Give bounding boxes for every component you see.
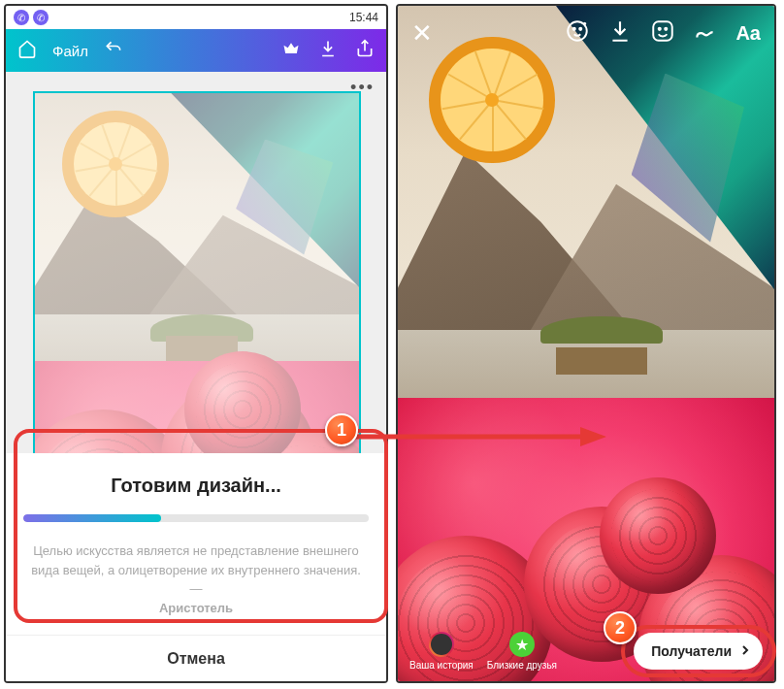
undo-icon[interactable] xyxy=(104,39,123,62)
download-icon[interactable] xyxy=(318,39,338,62)
instagram-story-editor: ✕ Aa Ваша история ★ Близкие друзья Получ… xyxy=(396,4,776,683)
status-time: 15:44 xyxy=(349,11,378,24)
draw-icon[interactable] xyxy=(693,18,718,48)
story-artwork[interactable] xyxy=(398,6,774,681)
face-filter-icon[interactable] xyxy=(565,18,590,48)
close-friends-label: Близкие друзья xyxy=(487,660,557,671)
your-story-label: Ваша история xyxy=(409,660,474,671)
canva-toolbar: Файл xyxy=(6,29,386,72)
annotation-badge-1: 1 xyxy=(325,413,358,446)
close-icon[interactable]: ✕ xyxy=(411,18,433,49)
chevron-right-icon xyxy=(737,642,753,661)
text-tool[interactable]: Aa xyxy=(735,22,761,45)
sticker-icon[interactable] xyxy=(650,18,675,48)
crown-icon[interactable] xyxy=(281,39,301,62)
svg-point-4 xyxy=(659,28,661,30)
status-icons-left: ✆ ✆ xyxy=(14,10,49,25)
recipients-button[interactable]: Получатели xyxy=(634,633,763,670)
progress-fill xyxy=(23,514,161,522)
progress-bar xyxy=(23,514,369,522)
story-bottom-bar: Ваша история ★ Близкие друзья Получатели xyxy=(398,621,774,681)
svg-rect-3 xyxy=(654,21,673,41)
file-menu[interactable]: Файл xyxy=(52,43,88,59)
loading-quote: Целью искусства является не представлени… xyxy=(23,541,369,617)
home-icon[interactable] xyxy=(17,39,37,62)
quote-author: Аристотель xyxy=(23,599,369,618)
share-icon[interactable] xyxy=(355,39,375,62)
story-top-toolbar: ✕ Aa xyxy=(398,6,774,60)
your-story-avatar-icon xyxy=(429,632,454,657)
save-icon[interactable] xyxy=(607,18,633,48)
close-friends-button[interactable]: ★ Близкие друзья xyxy=(487,632,557,671)
your-story-button[interactable]: Ваша история xyxy=(409,632,474,671)
viber-icon: ✆ xyxy=(33,10,49,25)
recipients-label: Получатели xyxy=(651,643,732,659)
svg-point-2 xyxy=(580,28,582,30)
annotation-badge-2: 2 xyxy=(604,611,637,644)
close-friends-star-icon: ★ xyxy=(509,632,535,657)
svg-point-5 xyxy=(666,28,668,30)
status-bar: ✆ ✆ 15:44 xyxy=(6,6,386,29)
svg-point-1 xyxy=(573,28,575,30)
canva-app-screen: ✆ ✆ 15:44 Файл ••• xyxy=(4,4,388,683)
export-progress-sheet: Готовим дизайн... Целью искусства являет… xyxy=(6,453,386,635)
sheet-title: Готовим дизайн... xyxy=(23,475,369,497)
viber-icon: ✆ xyxy=(14,10,29,25)
cancel-button[interactable]: Отмена xyxy=(6,635,386,681)
